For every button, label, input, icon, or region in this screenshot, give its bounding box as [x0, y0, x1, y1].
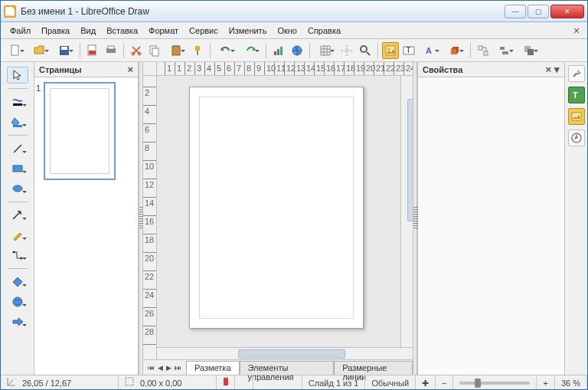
tab-layout[interactable]: Разметка	[186, 361, 240, 375]
tab-next-icon[interactable]: ▶	[166, 364, 172, 372]
menu-view[interactable]: Вид	[76, 25, 100, 37]
pages-panel-close[interactable]: ×	[127, 64, 133, 75]
textbox-icon: T	[403, 44, 415, 57]
hyperlink-button[interactable]	[289, 42, 305, 59]
line-tool[interactable]	[7, 140, 28, 157]
splitter-right[interactable]	[413, 62, 417, 375]
title-bar: Без имени 1 - LibreOffice Draw — ▢ ✕	[1, 1, 587, 22]
diamond-icon	[11, 276, 24, 288]
status-signature	[235, 375, 253, 390]
status-bar: 26,05 / 12,67 0,00 x 0,00 Слайд 1 из 1 О…	[1, 375, 587, 390]
minimize-button[interactable]: —	[505, 5, 526, 18]
menu-window[interactable]: Окно	[273, 25, 302, 37]
image-button[interactable]	[382, 42, 399, 59]
sidebar-navigator-tab[interactable]	[568, 129, 585, 146]
cut-button[interactable]	[128, 42, 145, 59]
page-canvas[interactable]	[189, 87, 364, 329]
export-pdf-button[interactable]	[84, 42, 101, 59]
scissors-icon	[130, 44, 142, 57]
properties-panel-title: Свойства	[423, 65, 462, 74]
zoom-button[interactable]	[357, 42, 374, 59]
save-button[interactable]	[53, 42, 76, 59]
tab-first-icon[interactable]: ⏮	[148, 364, 155, 372]
sidebar-gallery-tab[interactable]	[568, 108, 585, 125]
pages-panel-body[interactable]: 1	[34, 77, 138, 375]
ruler-vertical[interactable]: 24681012141618202224262830	[143, 76, 157, 347]
guides-icon	[341, 44, 353, 57]
fontwork-icon: A	[424, 44, 436, 57]
status-zoom-slider[interactable]	[453, 375, 537, 390]
paste-button[interactable]	[165, 42, 188, 59]
status-zoom-out[interactable]: −	[436, 375, 453, 390]
menu-edit[interactable]: Правка	[37, 25, 74, 37]
horizontal-scrollbar[interactable]	[157, 347, 413, 359]
vertical-scrollbar[interactable]	[400, 76, 413, 347]
arrange-button[interactable]	[518, 42, 541, 59]
open-button[interactable]	[28, 42, 51, 59]
status-zoom-in[interactable]: +	[537, 375, 554, 390]
status-modified	[217, 375, 235, 390]
menu-insert[interactable]: Вставка	[102, 25, 142, 37]
ruler-horizontal[interactable]: 1123456789101112131415161718192021222324…	[157, 62, 413, 75]
format-paintbrush-button[interactable]	[189, 42, 206, 59]
connector-tool[interactable]	[7, 247, 28, 264]
grid-button[interactable]	[314, 42, 337, 59]
ellipse-tool[interactable]	[7, 180, 28, 197]
properties-panel-body	[418, 77, 564, 375]
align-button[interactable]	[493, 42, 516, 59]
redo-icon	[244, 44, 256, 57]
chart-button[interactable]	[270, 42, 287, 59]
position-icon	[7, 377, 19, 389]
curve-tool[interactable]	[7, 227, 28, 244]
properties-panel-menu[interactable]: ▾	[554, 64, 560, 75]
select-tool[interactable]	[7, 67, 28, 84]
svg-rect-10	[152, 48, 158, 56]
fill-color-tool[interactable]	[7, 113, 28, 130]
status-zoom-fit[interactable]: ✚	[416, 375, 436, 390]
close-window-button[interactable]: ✕	[550, 5, 584, 18]
magnifier-icon	[359, 44, 371, 57]
menu-help[interactable]: Справка	[303, 25, 345, 37]
redo-button[interactable]	[239, 42, 262, 59]
page-thumbnail[interactable]: 1	[44, 82, 116, 180]
status-zoom-value[interactable]: 36 %	[555, 375, 587, 390]
tab-prev-icon[interactable]: ◀	[158, 364, 163, 372]
svg-point-37	[13, 297, 22, 306]
save-indicator-icon	[223, 377, 228, 389]
undo-button[interactable]	[214, 42, 237, 59]
line-color-tool[interactable]	[7, 93, 28, 110]
fontwork-button[interactable]: A	[419, 42, 442, 59]
new-button[interactable]	[4, 42, 27, 59]
maximize-button[interactable]: ▢	[528, 5, 549, 18]
tab-last-icon[interactable]: ⏭	[175, 364, 181, 372]
helplines-button[interactable]	[338, 42, 355, 59]
menu-format[interactable]: Формат	[144, 25, 183, 37]
svg-rect-25	[479, 46, 482, 50]
menu-modify[interactable]: Изменить	[224, 25, 272, 37]
menu-file[interactable]: Файл	[5, 25, 35, 37]
size-icon	[125, 377, 137, 389]
sidebar-styles-tab[interactable]: T	[568, 87, 585, 103]
extrusion-button[interactable]	[443, 42, 466, 59]
smiley-icon	[11, 296, 24, 308]
close-document-button[interactable]: ×	[570, 25, 583, 37]
menu-tools[interactable]: Сервис	[185, 25, 223, 37]
sidebar-properties-tab[interactable]	[568, 65, 585, 82]
print-button[interactable]	[103, 42, 119, 59]
tab-dimlines[interactable]: Размерные линии	[334, 361, 413, 375]
properties-panel-close[interactable]: ×	[545, 64, 551, 75]
basic-shapes-tool[interactable]	[7, 274, 28, 290]
textbox-button[interactable]: T	[400, 42, 417, 59]
pages-panel: Страницы × 1	[34, 62, 139, 375]
symbol-shapes-tool[interactable]	[7, 293, 28, 310]
status-layout[interactable]: Обычный	[365, 375, 416, 390]
svg-rect-6	[108, 46, 114, 49]
svg-point-38	[15, 300, 17, 301]
gluepoints-button[interactable]	[475, 42, 492, 59]
block-arrows-tool[interactable]	[7, 313, 28, 330]
drawing-area[interactable]	[157, 76, 400, 347]
tab-controls[interactable]: Элементы управления	[240, 361, 335, 375]
copy-button[interactable]	[146, 42, 163, 59]
rectangle-tool[interactable]	[7, 160, 28, 177]
arrow-tool[interactable]	[7, 207, 28, 224]
